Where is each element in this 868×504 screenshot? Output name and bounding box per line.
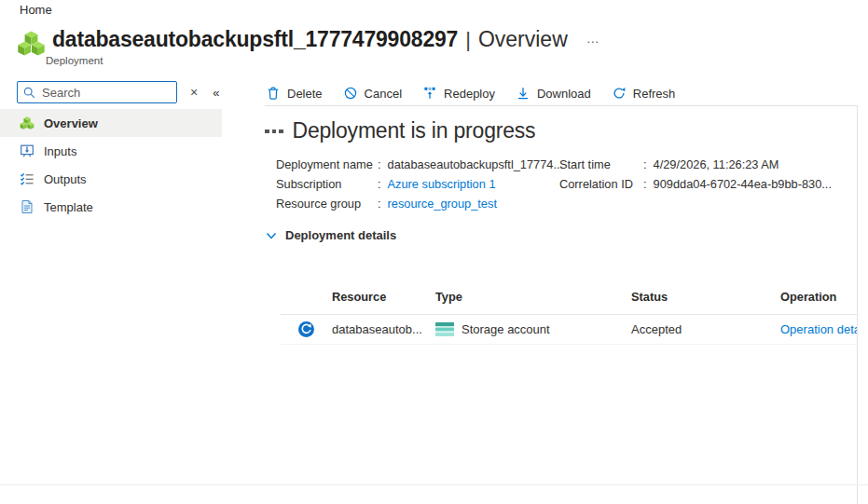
azure-portal-deployment-blade: Home databaseautobackupsftl_177747990829… <box>0 0 868 504</box>
toolbar-divider <box>265 105 857 106</box>
field-label: Deployment name <box>276 155 378 174</box>
column-header-type: Type <box>435 290 631 304</box>
deployment-cubes-icon <box>19 116 34 130</box>
sidebar-item-label: Outputs <box>44 172 87 186</box>
delete-button[interactable]: Delete <box>265 81 334 105</box>
subscription-link[interactable]: Azure subscription 1 <box>388 174 496 194</box>
command-bar: Delete Cancel Redeploy <box>265 81 695 105</box>
resource-group-row: Resource group resource_group_test <box>276 194 563 213</box>
table-header-row: Resource Type Status Operation <box>281 279 857 315</box>
resource-type-cell: Storage account <box>435 322 631 336</box>
sidebar-item-label: Template <box>44 200 93 214</box>
colon-separator <box>378 194 381 213</box>
operation-details-link[interactable]: Operation details <box>780 322 857 336</box>
start-time-value: 4/29/2026, 11:26:23 AM <box>654 155 779 174</box>
pane-divider <box>857 105 858 504</box>
search-icon <box>23 87 35 99</box>
sidebar-item-label: Inputs <box>44 144 76 158</box>
status-cell: Accepted <box>631 322 780 336</box>
deployment-name-title: databaseautobackupsftl_1777479908297 <box>52 27 458 52</box>
download-icon <box>516 86 530 101</box>
sidebar-search-zone: × « <box>17 81 223 103</box>
cancel-icon <box>343 86 358 101</box>
inputs-icon <box>19 143 34 158</box>
operation-cell: Operation details <box>780 322 857 336</box>
refresh-button-label: Refresh <box>633 87 676 101</box>
sidebar-menu: Overview Inputs <box>0 109 222 221</box>
search-input[interactable] <box>17 81 177 103</box>
template-icon <box>19 199 34 214</box>
deployment-status-heading: Deployment is in progress <box>265 118 535 143</box>
field-label: Resource group <box>276 194 378 213</box>
deployment-icon <box>17 29 46 61</box>
title-separator: | <box>465 28 471 52</box>
sidebar-item-template[interactable]: Template <box>0 193 222 221</box>
download-button-label: Download <box>537 87 591 101</box>
chevron-down-icon <box>266 230 277 241</box>
table-row[interactable]: databaseautob... Storage account Accepte… <box>281 315 857 345</box>
correlation-id-row: Correlation ID 909dda04-6702-44ea-b9bb-8… <box>559 174 832 194</box>
more-options-button[interactable]: … <box>586 31 601 46</box>
sidebar-item-outputs[interactable]: Outputs <box>0 165 222 193</box>
redeploy-button-label: Redeploy <box>444 87 495 101</box>
cancel-button-label: Cancel <box>365 87 402 101</box>
deployment-name-value: databaseautobackupsftl_17774... <box>388 155 564 174</box>
column-header-resource: Resource <box>332 290 435 304</box>
download-button[interactable]: Download <box>515 81 602 105</box>
sidebar-item-inputs[interactable]: Inputs <box>0 137 222 165</box>
outputs-icon <box>19 171 34 186</box>
subscription-row: Subscription Azure subscription 1 <box>276 174 563 194</box>
refresh-icon <box>612 86 627 101</box>
refresh-button[interactable]: Refresh <box>611 81 687 105</box>
breadcrumb-home[interactable]: Home <box>20 3 52 17</box>
storage-account-icon <box>435 322 454 336</box>
column-header-operation: Operation <box>780 290 857 304</box>
resource-name-cell: databaseautob... <box>332 322 435 336</box>
essentials-left-column: Deployment name databaseautobackupsftl_1… <box>276 155 563 213</box>
status-icon-cell <box>281 321 332 337</box>
resource-type-label: Deployment <box>46 55 103 66</box>
page-title: databaseautobackupsftl_1777479908297 | O… <box>52 27 601 52</box>
active-view-label: Overview <box>478 27 568 52</box>
collapse-sidebar-button[interactable]: « <box>209 84 223 102</box>
field-label: Subscription <box>276 174 378 194</box>
start-time-row: Start time 4/29/2026, 11:26:23 AM <box>559 155 832 174</box>
deployment-details-toggle[interactable]: Deployment details <box>266 228 396 242</box>
colon-separator <box>643 155 647 174</box>
colon-separator <box>378 155 381 174</box>
sidebar-item-overview[interactable]: Overview <box>0 109 222 137</box>
deployment-details-table: Resource Type Status Operation databasea… <box>281 279 857 345</box>
redeploy-icon <box>422 86 437 101</box>
field-label: Start time <box>559 155 643 174</box>
overview-content: Deployment is in progress Deployment nam… <box>265 116 857 488</box>
column-header-status: Status <box>631 290 780 304</box>
deployment-name-row: Deployment name databaseautobackupsftl_1… <box>276 155 563 174</box>
search-field-wrap <box>17 81 177 103</box>
correlation-id-value: 909dda04-6702-44ea-b9bb-830... <box>654 174 832 194</box>
delete-button-label: Delete <box>287 87 323 101</box>
cancel-button[interactable]: Cancel <box>342 81 413 105</box>
colon-separator <box>643 174 647 194</box>
redeploy-button[interactable]: Redeploy <box>421 81 506 105</box>
trash-icon <box>266 86 281 101</box>
colon-separator <box>378 174 381 194</box>
resource-type-label: Storage account <box>462 322 550 336</box>
field-label: Correlation ID <box>559 174 643 194</box>
essentials-right-column: Start time 4/29/2026, 11:26:23 AM Correl… <box>559 155 832 194</box>
clear-search-button[interactable]: × <box>186 83 201 102</box>
resource-group-link[interactable]: resource_group_test <box>388 194 497 213</box>
in-progress-indicator-icon <box>265 129 283 134</box>
sidebar-item-label: Overview <box>44 116 98 130</box>
in-progress-sync-icon <box>298 321 314 337</box>
deployment-details-title: Deployment details <box>285 228 396 242</box>
status-heading-text: Deployment is in progress <box>293 118 536 143</box>
